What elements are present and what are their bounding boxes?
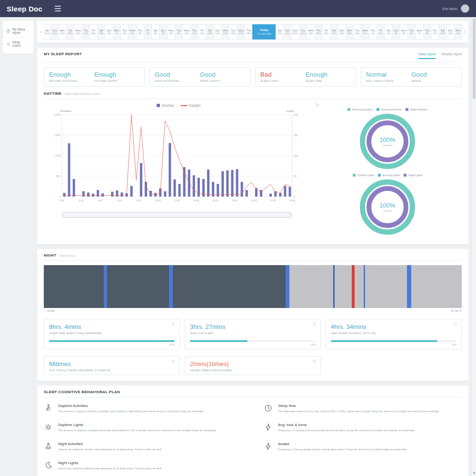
svg-text:12:00: 12:00 [174,199,180,202]
avatar[interactable] [461,4,469,13]
date-day: Thu [316,29,320,32]
date-cell[interactable]: Mon8th [167,24,175,40]
date-cell[interactable]: Tue25th [66,24,74,40]
date-day: Fri [433,29,436,32]
refresh-icon[interactable]: ↻ [313,322,317,327]
date-cell[interactable]: Tue2nd [120,24,129,40]
date-prev-button[interactable]: ‹ [39,30,43,34]
date-num: 18th [247,32,251,35]
date-cell[interactable]: Thu27th [81,24,89,40]
date-cell[interactable]: Wed3rd [128,24,136,40]
date-cell[interactable]: Sun21st [283,24,291,40]
refresh-icon[interactable]: ↻ [172,359,176,364]
date-cell[interactable]: Tue9th [175,24,183,40]
date-cell[interactable]: Sat29th [97,24,105,40]
date-cell[interactable]: Thu25th [315,24,323,40]
date-cell[interactable]: Wed10th [182,24,190,40]
svg-text:150: 150 [294,134,298,137]
sleep-start-time: ☾ 10:06 [44,309,54,312]
metric-label: DEEP SLEEP (NORMAL UP TO 4H) [331,332,456,335]
date-day: Mon [456,29,461,32]
date-cell[interactable]: Thu11th [190,24,198,40]
refresh-icon[interactable]: ↻ [316,103,319,107]
date-cell[interactable]: Sat27th [330,24,338,40]
scroll-down-arrow[interactable]: ▾ [472,471,476,475]
sidebar-item-my-sleep-report[interactable]: My Sleep report [5,25,31,37]
date-cell[interactable]: Tue16th [229,24,237,40]
date-cell[interactable]: Thu1st [369,24,377,40]
plan-text: AwakeFrequency of being awake during nor… [278,442,407,453]
date-num: 26th [324,32,329,35]
date-cell[interactable]: Sun28th [337,24,346,40]
date-cell[interactable]: Thu18th [245,24,253,40]
date-cell[interactable]: Sun4th [392,24,400,40]
line-swatch [181,105,188,106]
date-cell[interactable]: Fri9th [431,24,439,40]
date-cell[interactable]: Tue6th [407,24,416,40]
date-cell[interactable]: Sat13th [206,24,214,40]
date-cell[interactable]: Mon15th [221,24,229,40]
legend-item: Morning Activities [347,108,373,111]
date-num: 7th [162,32,165,35]
date-cell[interactable]: Sat20th [276,24,284,40]
date-cell[interactable]: Sun14th [214,24,222,40]
date-cell[interactable]: Wed26th [74,24,82,40]
date-next-button[interactable]: › [462,30,467,34]
date-num: Fri, July 19th [258,32,271,35]
date-cell[interactable]: Fri12th [198,24,206,40]
svg-text:500: 500 [56,175,60,178]
date-num: 27th [332,32,337,35]
date-cell[interactable]: Mon22nd [291,24,299,40]
date-cell[interactable]: Sun30th [105,24,113,40]
date-cell[interactable]: Sat22nd [43,24,51,40]
hamburger-menu-icon[interactable] [55,6,61,11]
refresh-icon[interactable]: ↻ [172,322,176,327]
date-cell[interactable]: Mon29th [346,24,354,40]
progress-bar [190,340,316,342]
svg-text:8:00: 8:00 [136,199,141,202]
date-cell[interactable]: Fri26th [322,24,330,40]
refresh-icon[interactable]: ↻ [454,322,457,327]
refresh-icon[interactable]: ↻ [313,359,317,364]
date-cell-today[interactable]: TodayFri, July 19th [252,24,276,40]
page-scrollbar[interactable]: ▾ [471,17,476,476]
date-cell[interactable]: Wed17th [237,24,245,40]
plan-item-title: Awake [278,442,407,446]
date-cell[interactable]: Mon5th [400,24,408,40]
date-cell[interactable]: Sat3rd [384,24,392,40]
date-cell[interactable]: Wed7th [415,24,423,40]
plan-item-title: Daytime Activities [58,404,204,408]
date-cell[interactable]: Fri2nd [377,24,385,40]
plan-item-title: Avg. toss & turns [278,423,415,427]
date-cell[interactable]: Fri5th [144,24,152,40]
date-cell[interactable]: Sun23rd [50,24,59,40]
date-cell[interactable]: Mon24th [59,24,67,40]
date-day: Tue [409,29,414,32]
date-cell[interactable]: Tue30th [353,24,361,40]
date-cell[interactable]: Tue23rd [299,24,307,40]
date-cell[interactable]: Thu4th [136,24,144,40]
tab-weekly-report[interactable]: Weekly report [441,52,462,59]
date-cell[interactable]: Wed31st [361,24,369,40]
date-day: Thu [370,29,375,32]
date-cell[interactable]: Sun7th [159,24,167,40]
date-day: Sun [339,29,344,32]
date-cell[interactable]: Sat6th [151,24,159,40]
date-cell[interactable]: Sun11th [446,24,455,40]
date-cell[interactable]: Sat10th [438,24,446,40]
date-cell[interactable]: Mon1st [113,24,121,40]
tab-daily-report[interactable]: Daily report [418,52,436,59]
svg-text:24:00: 24:00 [289,199,296,202]
sidebar-item-sleep-coach[interactable]: Sleep coach › [5,37,31,50]
date-num: 12th [456,32,461,35]
date-cell[interactable]: Thu8th [423,24,431,40]
date-day: Fri [379,29,382,32]
plan-item: Avg. toss & turnsFrequency of tossing an… [264,423,462,434]
user-name[interactable]: Eric Moon [442,7,457,10]
scrollbar-thumb[interactable] [473,18,476,99]
legend-item: Activities [157,104,174,107]
date-cell[interactable]: Mon12th [454,24,462,40]
date-cell[interactable]: Fri28th [89,24,98,40]
date-cell[interactable]: Wed24th [307,24,315,40]
chart-range-navigator[interactable] [62,212,292,218]
